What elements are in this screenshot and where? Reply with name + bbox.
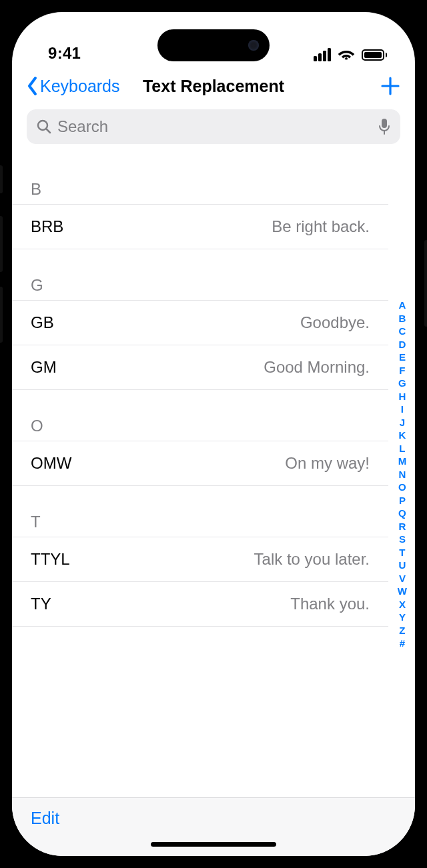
back-label: Keyboards [40,77,120,96]
phrase-label: Be right back. [272,217,370,236]
section-header: T [12,510,388,537]
table-row[interactable]: BRBBe right back. [12,205,388,249]
edit-button[interactable]: Edit [31,809,59,828]
index-letter[interactable]: O [398,481,406,494]
table-row[interactable]: TYThank you. [12,582,388,627]
shortcut-label: TY [31,595,51,613]
dictation-icon[interactable] [378,118,391,135]
index-letter[interactable]: Q [398,507,406,520]
index-letter[interactable]: F [399,363,405,377]
index-letter[interactable]: N [398,467,406,481]
search-icon [36,119,52,135]
index-letter[interactable]: B [398,311,406,325]
svg-rect-4 [382,119,387,128]
section-header: G [12,273,388,301]
index-letter[interactable]: A [398,299,406,312]
index-letter[interactable]: I [401,403,404,416]
status-time: 9:41 [48,44,81,63]
index-letter[interactable]: U [398,559,406,572]
index-letter[interactable]: K [398,429,406,442]
section-header: B [12,177,388,205]
bottom-toolbar: Edit [12,797,415,856]
shortcut-label: BRB [31,217,63,236]
index-letter[interactable]: E [399,351,406,364]
add-button[interactable] [380,76,400,96]
cellular-signal-icon [314,48,331,61]
index-letter[interactable]: W [398,585,407,598]
shortcut-label: OMW [31,454,71,473]
index-letter[interactable]: L [399,441,405,455]
plus-icon [380,76,400,96]
table-row[interactable]: TTYLTalk to you later. [12,537,388,582]
index-letter[interactable]: P [399,493,406,507]
chevron-left-icon [27,76,39,96]
index-letter[interactable]: V [399,571,406,585]
index-letter[interactable]: J [400,415,405,429]
shortcut-label: GM [31,358,57,377]
shortcut-label: GB [31,313,54,332]
index-letter[interactable]: M [398,455,407,468]
index-letter[interactable]: G [398,377,406,390]
index-letter[interactable]: X [399,597,406,611]
back-button[interactable]: Keyboards [27,76,120,96]
index-letter[interactable]: Y [399,611,406,624]
nav-bar: Keyboards Text Replacement [12,67,415,105]
index-letter[interactable]: C [398,325,406,338]
index-letter[interactable]: R [398,519,406,533]
page-title: Text Replacement [143,77,284,96]
home-indicator[interactable] [151,842,276,847]
phrase-label: On my way! [285,454,370,473]
table-row[interactable]: GMGood Morning. [12,345,388,390]
phrase-label: Good Morning. [264,358,370,377]
table-row[interactable]: GBGoodbye. [12,301,388,345]
index-letter[interactable]: S [399,533,406,546]
dynamic-island [157,29,270,61]
index-letter[interactable]: Z [399,623,405,637]
shortcut-label: TTYL [31,550,70,569]
index-letter[interactable]: T [399,545,405,559]
index-letter[interactable]: D [398,337,406,351]
index-letter[interactable]: H [398,389,406,403]
status-icons [314,48,387,63]
phrase-label: Talk to you later. [254,550,370,569]
phrase-label: Goodbye. [300,313,370,332]
svg-line-3 [47,129,51,133]
content-area: BBRBBe right back.GGBGoodbye.GMGood Morn… [12,151,415,797]
replacement-list[interactable]: BBRBBe right back.GGBGoodbye.GMGood Morn… [12,151,415,797]
index-letter[interactable]: # [400,637,405,650]
section-index[interactable]: ABCDEFGHIJKLMNOPQRSTUVWXYZ# [398,299,407,650]
search-placeholder: Search [57,117,372,136]
phrase-label: Thank you. [290,595,370,613]
table-row[interactable]: OMWOn my way! [12,441,388,486]
search-container: Search [12,105,415,151]
wifi-icon [338,48,355,61]
battery-icon [362,49,388,61]
search-input[interactable]: Search [27,109,400,144]
section-header: O [12,414,388,441]
